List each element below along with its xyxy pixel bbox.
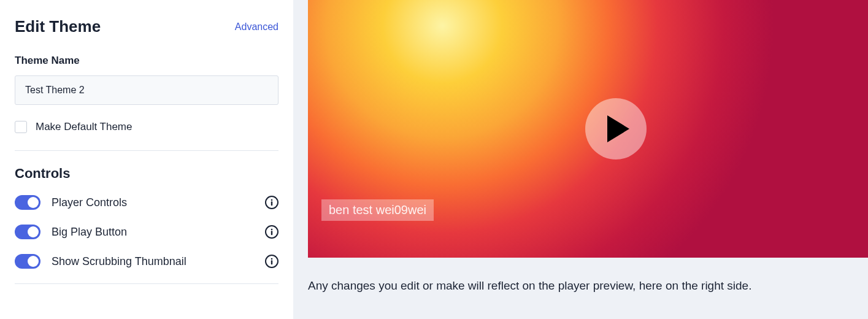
toggle-knob	[28, 256, 39, 267]
toggle-big-play[interactable]	[15, 225, 40, 239]
theme-name-label: Theme Name	[15, 55, 278, 67]
preview-pane: ben test wei09wei Any changes you edit o…	[293, 0, 868, 319]
info-icon[interactable]	[265, 255, 278, 268]
toggle-label-scrubbing: Show Scrubbing Thumbnail	[52, 255, 254, 268]
toggle-label-player-controls: Player Controls	[52, 196, 254, 209]
theme-name-input[interactable]	[15, 75, 278, 105]
svg-point-0	[271, 199, 273, 201]
play-icon	[607, 115, 629, 142]
advanced-link[interactable]: Advanced	[235, 21, 278, 33]
default-theme-label: Make Default Theme	[36, 121, 132, 133]
default-theme-checkbox[interactable]	[15, 121, 27, 133]
header-row: Edit Theme Advanced	[15, 17, 278, 36]
preview-hint: Any changes you edit or make will reflec…	[308, 277, 868, 295]
sidebar: Edit Theme Advanced Theme Name Make Defa…	[0, 0, 293, 319]
controls-title: Controls	[15, 166, 278, 182]
play-button[interactable]	[585, 98, 647, 160]
info-icon[interactable]	[265, 225, 278, 239]
svg-rect-3	[271, 231, 272, 235]
svg-point-4	[271, 258, 273, 260]
svg-rect-5	[271, 260, 272, 264]
page-title: Edit Theme	[15, 17, 101, 36]
toggle-label-big-play: Big Play Button	[52, 226, 254, 239]
divider	[15, 283, 278, 284]
toggle-row-big-play: Big Play Button	[15, 225, 278, 239]
toggle-row-player-controls: Player Controls	[15, 195, 278, 210]
info-icon[interactable]	[265, 196, 278, 209]
svg-point-2	[271, 229, 273, 231]
toggle-row-scrubbing: Show Scrubbing Thumbnail	[15, 254, 278, 269]
video-player: ben test wei09wei	[308, 0, 868, 258]
toggle-knob	[28, 197, 39, 208]
default-theme-row: Make Default Theme	[15, 121, 278, 133]
toggle-player-controls[interactable]	[15, 195, 40, 210]
toggle-knob	[28, 226, 39, 237]
toggle-scrubbing[interactable]	[15, 254, 40, 269]
svg-rect-1	[271, 201, 272, 206]
watermark: ben test wei09wei	[321, 199, 434, 221]
divider	[15, 150, 278, 151]
